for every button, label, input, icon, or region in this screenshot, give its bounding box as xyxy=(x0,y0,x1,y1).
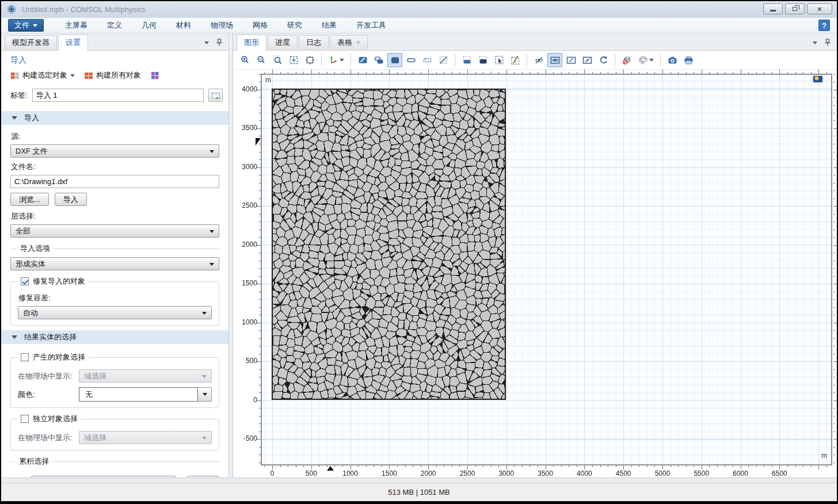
contribute-dropdown[interactable]: 无 xyxy=(31,476,176,478)
menu-tab-8[interactable]: 开发工具 xyxy=(346,18,396,33)
axis-tick xyxy=(756,465,757,467)
axis-tick xyxy=(833,315,835,315)
axis-tick xyxy=(772,465,772,467)
hide-in-selection-button[interactable] xyxy=(563,53,578,67)
source-dropdown[interactable]: DXF 文件 xyxy=(10,144,219,158)
axis-tick xyxy=(623,465,624,469)
clear-selection-button[interactable] xyxy=(508,53,523,67)
section-resulting-entities[interactable]: 结果实体的选择 xyxy=(1,330,228,344)
axis-tick xyxy=(833,198,835,199)
color-dropdown[interactable]: 无 xyxy=(79,387,212,402)
axis-orientation-button[interactable] xyxy=(326,53,346,67)
label-input[interactable] xyxy=(32,89,204,102)
graphics-tab-0[interactable]: 图形 xyxy=(237,35,266,51)
graphics-tab-3[interactable]: 表格× xyxy=(330,35,368,50)
pin-icon[interactable] xyxy=(823,38,832,47)
scene-light-button[interactable] xyxy=(619,53,634,67)
pin-icon[interactable] xyxy=(215,38,224,47)
axis-tick xyxy=(608,465,608,467)
select-box-button[interactable] xyxy=(459,53,474,67)
zoom-selected-button[interactable] xyxy=(286,53,301,67)
color-palette-button[interactable] xyxy=(635,53,656,67)
left-panel-tab-0[interactable]: 模型开发器 xyxy=(5,35,57,50)
menu-tab-5[interactable]: 网格 xyxy=(243,18,277,33)
close-button[interactable]: × xyxy=(807,3,832,14)
menu-tab-3[interactable]: 材料 xyxy=(166,18,201,33)
show-hidden-button[interactable] xyxy=(580,53,595,67)
chevron-down-icon[interactable] xyxy=(204,41,209,47)
chevron-down-icon[interactable] xyxy=(813,41,817,47)
left-panel-tab-1[interactable]: 设置 xyxy=(58,35,88,51)
close-tab-icon[interactable]: × xyxy=(356,39,360,47)
show-in-physics-value: 域选择 xyxy=(84,371,106,381)
file-menu-label: 文件 xyxy=(14,20,29,30)
filename-input[interactable] xyxy=(10,175,219,188)
imported-geometry-mesh[interactable] xyxy=(272,89,506,400)
axis-tick xyxy=(833,416,835,417)
show-objects-button[interactable] xyxy=(547,53,562,67)
axis-tick xyxy=(662,465,663,469)
repair-checkbox[interactable] xyxy=(21,277,29,285)
graphics-canvas[interactable]: 0500100015002000250030003500400045005000… xyxy=(233,70,837,478)
section-import[interactable]: 导入 xyxy=(1,111,228,125)
axis-tick-label: 6000 xyxy=(733,469,748,478)
surface-rendering-button[interactable] xyxy=(387,53,402,67)
menu-tab-6[interactable]: 研究 xyxy=(277,18,312,33)
axis-tick xyxy=(303,465,304,467)
menu-tab-4[interactable]: 物理场 xyxy=(201,18,243,33)
axis-tick xyxy=(257,206,261,207)
tolerance-dropdown[interactable]: 自动 xyxy=(18,306,212,319)
graphics-tab-1[interactable]: 进度 xyxy=(268,35,298,50)
build-all-button[interactable]: 构建所有对象 xyxy=(84,70,141,81)
color-dropdown-arrow[interactable] xyxy=(198,387,212,402)
axis-tick xyxy=(257,128,261,129)
help-button[interactable]: ? xyxy=(818,20,830,31)
axis-tick xyxy=(826,465,827,467)
resulting-objects-checkbox[interactable] xyxy=(21,353,29,361)
menu-tab-7[interactable]: 结果 xyxy=(312,18,346,33)
individual-objects-group: 独立对象选择 在物理场中显示: 域选择 xyxy=(10,414,219,450)
menu-tab-2[interactable]: 几何 xyxy=(132,18,166,33)
zoom-in-button[interactable] xyxy=(238,53,253,67)
left-panel-tab-label: 模型开发器 xyxy=(12,38,49,47)
browse-button[interactable]: 浏览... xyxy=(10,193,49,206)
axis-tick xyxy=(506,465,507,469)
axis-tick xyxy=(530,465,530,467)
default-view-button[interactable] xyxy=(355,53,370,67)
file-menu-button[interactable]: 文件 xyxy=(8,19,44,32)
hide-objects-button[interactable] xyxy=(531,53,546,67)
axis-tick-label: 4000 xyxy=(233,85,257,93)
import-button[interactable]: 导入 xyxy=(55,193,87,206)
menu-tab-0[interactable]: 主屏幕 xyxy=(55,18,97,33)
minimize-button[interactable] xyxy=(763,3,783,14)
rename-button[interactable] xyxy=(208,89,223,102)
axis-tick xyxy=(833,408,835,408)
snapshot-button[interactable] xyxy=(665,53,680,67)
outline-rendering-button[interactable] xyxy=(420,53,435,67)
layer-selection-dropdown[interactable]: 全部 xyxy=(10,224,219,238)
axis-tick xyxy=(725,465,725,467)
build-selected-button[interactable]: 构建选定对象 xyxy=(10,70,75,81)
import-options-dropdown[interactable]: 形成实体 xyxy=(10,257,219,270)
print-button[interactable] xyxy=(681,53,696,67)
graphics-tab-2[interactable]: 日志 xyxy=(299,35,329,50)
menu-tab-1[interactable]: 定义 xyxy=(97,18,132,33)
new-button[interactable]: 新建 xyxy=(187,476,219,478)
comsol-app-icon xyxy=(7,5,17,15)
axis-tick xyxy=(374,465,374,467)
panel-divider[interactable] xyxy=(229,33,233,478)
zoom-extents-button[interactable] xyxy=(302,53,317,67)
geometry-objects-button[interactable] xyxy=(371,53,386,67)
wireframe-rendering-button[interactable] xyxy=(403,53,418,67)
no-rendering-button[interactable] xyxy=(436,53,451,67)
reset-hiding-button[interactable] xyxy=(596,53,611,67)
deselect-box-button[interactable] xyxy=(475,53,490,67)
go-to-view-icon[interactable] xyxy=(812,75,824,84)
zoom-box-button[interactable] xyxy=(270,53,285,67)
individual-objects-checkbox[interactable] xyxy=(21,415,29,423)
selection-colors-icon[interactable] xyxy=(150,71,159,80)
axis-tick xyxy=(833,245,837,246)
zoom-out-button[interactable] xyxy=(254,53,269,67)
select-objects-button[interactable] xyxy=(492,53,506,67)
restore-button[interactable] xyxy=(785,3,805,14)
